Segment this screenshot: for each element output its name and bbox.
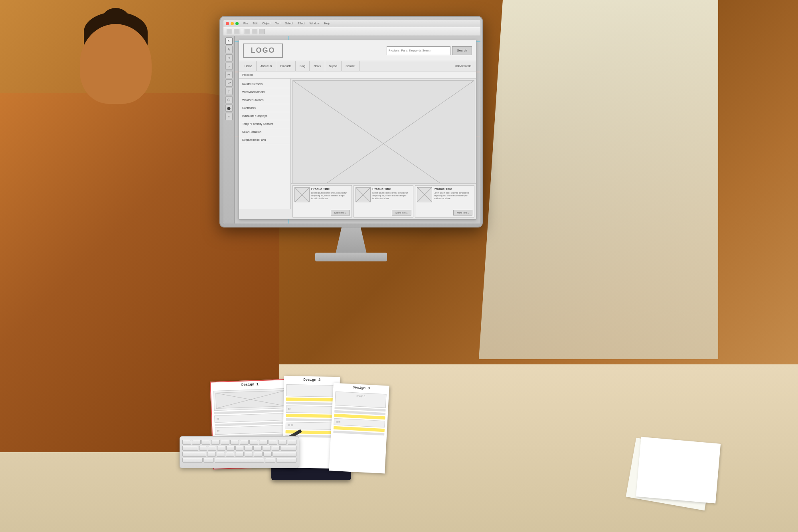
nav-home[interactable]: Home [241,61,257,71]
key[interactable] [259,440,268,445]
key[interactable] [269,440,277,445]
nav-about[interactable]: About Us [257,61,277,71]
key[interactable] [230,440,239,445]
nav-products[interactable]: Products [276,61,296,71]
product-card-1: Produc Title Lorem ipsum dolor sit amet,… [292,185,352,218]
tool-pen[interactable]: ✎ [225,46,233,53]
menu-help: Help [324,22,330,25]
sidebar-item-stations[interactable]: Weather Stations [239,96,290,104]
key[interactable] [182,440,191,445]
wf-nav-items: Home About Us Products Blog News Suport … [241,61,359,71]
card-1-btn[interactable]: More Info » [331,210,350,216]
card-3-btn[interactable]: More Info » [453,210,472,216]
close-button[interactable] [226,22,229,25]
sketch-2-line-2 [286,418,337,421]
window-light [479,0,718,359]
key[interactable] [235,446,244,451]
card-2-btn[interactable]: More Info » [392,210,411,216]
left-tool-panel: ↖ ✎ □ ○ ✂ 🖊 T ⬡ ⬤ ≡ [223,36,235,223]
key[interactable] [272,446,280,451]
sidebar-item-parts[interactable]: Replacement Parts [239,136,290,144]
sidebar-item-temp[interactable]: Temp / Humidity Sensors [239,120,290,128]
key[interactable] [217,446,225,451]
key[interactable] [221,440,229,445]
wf-header: LOGO Search [239,40,476,61]
toolbar-icon-2[interactable] [234,29,239,34]
tool-fill[interactable]: ⬤ [225,105,233,112]
key[interactable] [226,452,234,457]
card-1-image [294,187,310,202]
tool-select[interactable]: ↖ [225,38,233,45]
tool-rectangle[interactable]: □ [225,54,233,61]
sidebar-item-solar[interactable]: Solar Radiation [239,128,290,136]
key[interactable] [249,440,258,445]
card-1-title: Produc Title [311,187,350,191]
keyboard-row-2 [182,446,296,451]
key-alt-r[interactable] [265,458,275,463]
nav-blog[interactable]: Blog [296,61,310,71]
key[interactable] [263,452,272,457]
app-toolbar [223,27,480,36]
card-3-text: Produc Title Lorem ipsum dolor sit amet,… [434,187,472,208]
key[interactable] [278,440,287,445]
key[interactable] [253,446,262,451]
sketch-2-highlight-2 [286,414,337,418]
minimize-button[interactable] [231,22,234,25]
key-ctrl[interactable] [182,458,203,463]
key[interactable] [217,452,225,457]
keyboard-row-3 [182,452,296,457]
key-enter[interactable] [280,446,296,451]
sidebar-item-wind[interactable]: Wind Anemometer [239,88,290,96]
key-ctrl-r[interactable] [276,458,296,463]
key[interactable] [244,446,253,451]
key[interactable] [211,440,220,445]
menu-window: Window [310,22,320,25]
tool-polygon[interactable]: ⬡ [225,96,233,103]
card-2-image [356,187,371,202]
key[interactable] [240,440,249,445]
nav-contact[interactable]: Contact [342,61,359,71]
wf-search-button[interactable]: Search [452,46,472,55]
breadcrumb-products[interactable]: Products [242,73,253,76]
product-card-3: Produc Title Lorem ipsum dolor sit amet,… [415,185,474,218]
nav-support[interactable]: Suport [325,61,342,71]
key-tab[interactable] [182,446,198,451]
nav-news[interactable]: News [310,61,325,71]
sketch-1-content-2: ✉ [215,425,288,435]
toolbar-icon-3[interactable] [245,29,250,34]
key[interactable] [192,440,201,445]
key-shift[interactable] [182,452,206,457]
sidebar-item-indicators[interactable]: Indicators / Displays [239,112,290,120]
tool-brush[interactable]: 🖊 [225,79,233,87]
tool-layers[interactable]: ≡ [225,113,233,120]
key-space[interactable] [215,458,264,463]
sidebar-item-controllers[interactable]: Controllers [239,104,290,112]
card-1-text: Produc Title Lorem ipsum dolor sit amet,… [311,187,350,208]
key[interactable] [263,446,271,451]
key-alt[interactable] [203,458,214,463]
card-3-inner: Produc Title Lorem ipsum dolor sit amet,… [417,187,472,208]
maximize-button[interactable] [235,22,239,25]
key[interactable] [199,446,207,451]
wf-phone: 000-000-000 [455,65,474,67]
menu-object: Object [262,22,270,25]
sketch-2-title: Design 2 [284,376,340,384]
key[interactable] [254,452,262,457]
key[interactable] [201,440,210,445]
card-2-title: Produc Title [372,187,411,191]
tool-ellipse[interactable]: ○ [225,63,233,70]
sidebar-item-rainfall[interactable]: Rainfall Sensors [239,80,290,88]
key-shift-r[interactable] [273,452,296,457]
toolbar-icon-5[interactable] [259,29,265,34]
tool-text[interactable]: T [225,88,233,95]
key[interactable] [207,452,215,457]
key[interactable] [245,452,253,457]
key[interactable] [235,452,243,457]
key[interactable] [208,446,216,451]
tool-scissors[interactable]: ✂ [225,71,233,78]
toolbar-icon-4[interactable] [252,29,257,34]
key[interactable] [226,446,235,451]
wf-search-input[interactable] [387,46,450,55]
key[interactable] [288,440,296,445]
toolbar-icon-1[interactable] [227,29,232,34]
